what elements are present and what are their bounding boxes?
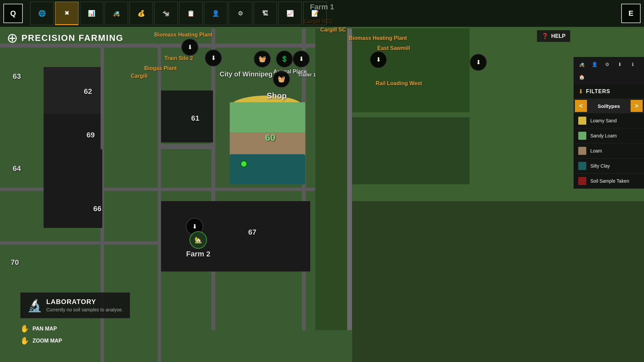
- biomass-heating-plant-2: Biomass Heating Plant: [349, 35, 407, 41]
- soil-sample-swatch: [578, 177, 586, 185]
- help-label: HELP: [551, 33, 566, 39]
- toolbar-gear-icon[interactable]: ⚙: [602, 59, 612, 70]
- field-64-label: 64: [13, 164, 21, 173]
- sandy-loam-swatch: [578, 132, 586, 140]
- zoom-map-control: ✋ ZOOM MAP: [20, 337, 62, 345]
- svg-rect-15: [347, 28, 352, 330]
- laboratory-icon: 🔬: [27, 299, 42, 313]
- field-69-label: 69: [87, 131, 95, 139]
- nav-globe[interactable]: 🌐: [30, 2, 54, 25]
- field-70-label: 70: [11, 258, 19, 267]
- field-66-label: 66: [93, 204, 101, 213]
- soil-item-loamy-sand[interactable]: Loamy Sand: [574, 113, 644, 128]
- svg-rect-9: [44, 67, 101, 114]
- loamy-sand-label: Loamy Sand: [590, 118, 617, 123]
- bottom-controls: ✋ PAN MAP ✋ ZOOM MAP: [20, 324, 62, 349]
- cargill-sc-label: Cargill SC: [320, 27, 346, 33]
- svg-rect-13: [161, 201, 310, 272]
- nav-person[interactable]: 👤: [204, 2, 227, 25]
- soil-item-silty-clay[interactable]: Silty Clay: [574, 159, 644, 174]
- nav-map[interactable]: ✖: [55, 2, 78, 25]
- laboratory-panel: 🔬 LABORATORY Currently no soil samples t…: [20, 292, 130, 318]
- toolbar-info-icon[interactable]: ℹ: [627, 59, 638, 70]
- nav-cow[interactable]: 🐄: [154, 2, 178, 25]
- zoom-label: ZOOM MAP: [33, 338, 62, 344]
- soiltypes-prev-btn[interactable]: <: [575, 100, 587, 112]
- svg-rect-14: [315, 28, 347, 330]
- download-btn-3[interactable]: ⬇: [292, 50, 310, 68]
- loamy-sand-swatch: [578, 117, 586, 125]
- soil-item-loam[interactable]: Loam: [574, 143, 644, 159]
- download-btn-5[interactable]: ⬇: [470, 54, 487, 71]
- shop-label: Shop: [267, 91, 287, 101]
- soil-item-sandy-loam[interactable]: Sandy Loam: [574, 128, 644, 143]
- nav-machine2[interactable]: 🏗: [254, 2, 277, 25]
- farm-icon-btn[interactable]: 🏡: [190, 231, 207, 249]
- laboratory-title: LABORATORY: [46, 298, 123, 306]
- soiltypes-label: Soiltypes: [587, 103, 631, 109]
- toolbar-person-icon[interactable]: 👤: [589, 59, 600, 70]
- nav-machine1[interactable]: ⚙: [229, 2, 252, 25]
- soil-sample-label: Soil Sample Taken: [590, 178, 629, 184]
- svg-rect-24: [161, 144, 213, 149]
- download-btn-2[interactable]: ⬇: [205, 49, 222, 67]
- nav-tractor[interactable]: 🚜: [105, 2, 128, 25]
- svg-rect-8: [161, 90, 213, 142]
- precision-farming-header: ⊕ PRECISION FARMING: [7, 30, 123, 46]
- soil-item-soil-sample[interactable]: Soil Sample Taken: [574, 174, 644, 189]
- svg-rect-2: [211, 28, 215, 330]
- zoom-icon: ✋: [20, 337, 29, 345]
- svg-rect-7: [158, 44, 161, 362]
- farm2-label: Farm 2: [186, 250, 210, 258]
- silty-clay-swatch: [578, 162, 586, 170]
- player-position: [240, 160, 248, 168]
- nav-dollar[interactable]: 💰: [129, 2, 153, 25]
- silty-clay-label: Silty Clay: [590, 163, 610, 169]
- rail-loading-label: Rail Loading West: [376, 80, 422, 86]
- soiltypes-next-btn[interactable]: >: [631, 100, 643, 112]
- toolbar-tractor-icon[interactable]: 🚜: [576, 59, 587, 70]
- pan-label: PAN MAP: [33, 326, 57, 332]
- pan-map-control: ✋ PAN MAP: [20, 324, 62, 333]
- toolbar-home-icon[interactable]: 🏠: [576, 72, 587, 82]
- e-button[interactable]: E: [621, 4, 641, 23]
- cargill-label: Cargill: [131, 73, 148, 79]
- basket-btn-2[interactable]: 🧺: [273, 70, 290, 88]
- biogas-plant-label: Biogas Plant: [144, 65, 177, 71]
- laboratory-subtitle: Currently no soil samples to analyse.: [46, 307, 123, 312]
- help-icon: ❓: [542, 33, 548, 39]
- svg-rect-18: [352, 117, 470, 184]
- field-61-label: 61: [191, 114, 199, 123]
- train-silo-2-label: Train Silo 2: [164, 55, 193, 61]
- loam-swatch: [578, 147, 586, 155]
- nav-contract[interactable]: 📋: [179, 2, 203, 25]
- field-62-label: 62: [84, 87, 92, 96]
- help-button[interactable]: ❓ HELP: [537, 30, 570, 42]
- svg-rect-23: [230, 154, 305, 184]
- east-sawmill-label: East Sawmill: [377, 45, 410, 51]
- field-67-label: 67: [248, 228, 256, 237]
- nav-chart[interactable]: 📊: [80, 2, 103, 25]
- nav-silo[interactable]: 📈: [278, 2, 302, 25]
- toolbar-download-icon[interactable]: ⬇: [614, 59, 625, 70]
- filter-icon: ⬇: [578, 88, 583, 95]
- precision-farming-label: PRECISION FARMING: [21, 33, 123, 43]
- city-label: City of Winnipeg: [220, 70, 273, 78]
- pan-icon: ✋: [20, 324, 29, 333]
- filters-header: ⬇ FILTERS: [574, 84, 644, 99]
- icon-toolbar: 🚜 👤 ⚙ ⬇ ℹ 🏠: [574, 57, 644, 84]
- svg-rect-19: [352, 201, 644, 362]
- trailer1-label: Trailer 1: [298, 72, 316, 77]
- download-btn-4[interactable]: ⬇: [370, 51, 387, 68]
- precision-farming-icon: ⊕: [7, 30, 18, 46]
- biomass-heating-plant-1: Biomass Heating Plant: [154, 32, 212, 38]
- filters-label: FILTERS: [586, 88, 610, 95]
- download-btn-1[interactable]: ⬇: [181, 39, 199, 56]
- filters-panel: 🚜 👤 ⚙ ⬇ ℹ 🏠 ⬇ FILTERS < Soiltypes > Loam…: [574, 57, 644, 189]
- price-btn[interactable]: 💲: [276, 50, 293, 68]
- farm1-title: Farm 1: [310, 3, 334, 11]
- field-60-label: 60: [265, 132, 275, 143]
- q-button[interactable]: Q: [3, 4, 23, 23]
- field-63-label: 63: [13, 72, 21, 81]
- basket-btn-1[interactable]: 🧺: [254, 50, 271, 68]
